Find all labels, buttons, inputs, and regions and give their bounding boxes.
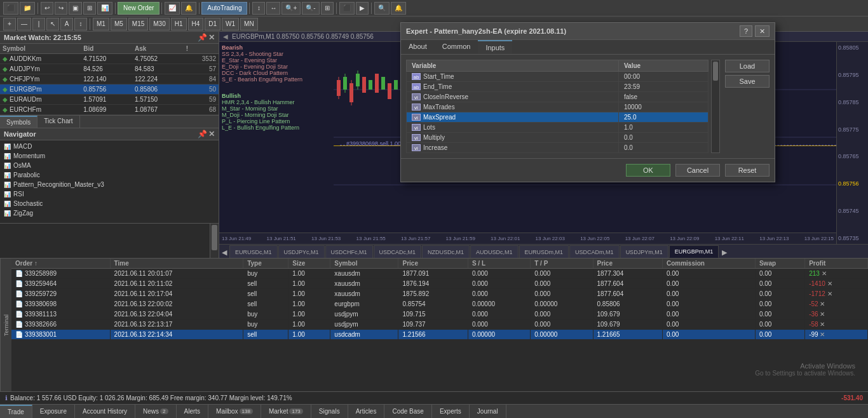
scrollbar-thumb <box>713 62 718 81</box>
col-variable: Variable <box>407 60 619 72</box>
dialog-close-button[interactable]: ✕ <box>755 25 770 37</box>
reset-button[interactable]: Reset <box>725 164 770 177</box>
save-button[interactable]: Save <box>725 75 770 88</box>
dialog-title-bar: Expert - Pattern_hany2sh-EA (expire 2021… <box>401 23 775 40</box>
dialog-overlay: Expert - Pattern_hany2sh-EA (expire 2021… <box>0 0 868 418</box>
dialog-tab-about[interactable]: About <box>401 40 435 54</box>
param-multiply[interactable]: viMultiply 0.0 <box>407 133 709 143</box>
param-increase[interactable]: viIncrease 0.0 <box>407 143 709 153</box>
params-table: Variable Value abStart_Time 00:00 abEnd_… <box>406 60 709 153</box>
param-max-spread[interactable]: viMaxSpread 25.0 <box>407 112 709 123</box>
param-icon-ab: ab <box>412 73 421 80</box>
param-max-trades[interactable]: viMaxTrades 10000 <box>407 102 709 112</box>
dialog-tab-common[interactable]: Common <box>435 40 478 54</box>
param-close-reverse[interactable]: viCloseInReverse false <box>407 92 709 102</box>
dialog-body: Variable Value abStart_Time 00:00 abEnd_… <box>401 55 775 158</box>
params-scrollbar[interactable] <box>711 60 720 153</box>
param-icon-vi6: vi <box>412 144 421 151</box>
param-icon-vi2: vi <box>412 104 421 111</box>
param-icon-ab2: ab <box>412 83 421 90</box>
dialog-title-text: Expert - Pattern_hany2sh-EA (expire 2021… <box>406 27 566 35</box>
ok-button[interactable]: OK <box>626 164 670 177</box>
cancel-button[interactable]: Cancel <box>675 164 720 177</box>
param-end-time[interactable]: abEnd_Time 23:59 <box>407 82 709 92</box>
dialog-actions: OK Cancel Reset <box>401 158 775 182</box>
dialog-controls: ? ✕ <box>740 25 770 37</box>
param-icon-vi1: vi <box>412 93 421 100</box>
col-value: Value <box>619 60 709 72</box>
param-icon-vi5: vi <box>412 134 421 141</box>
dialog-help-button[interactable]: ? <box>740 25 752 37</box>
param-start-time[interactable]: abStart_Time 00:00 <box>407 72 709 82</box>
expert-dialog: Expert - Pattern_hany2sh-EA (expire 2021… <box>400 22 775 182</box>
dialog-side-buttons: Load Save <box>725 60 770 153</box>
load-button[interactable]: Load <box>725 60 770 72</box>
param-icon-vi4: vi <box>412 124 421 131</box>
dialog-tabs: About Common Inputs <box>401 40 775 55</box>
param-lots[interactable]: viLots 1.0 <box>407 123 709 133</box>
dialog-tab-inputs[interactable]: Inputs <box>478 40 512 54</box>
param-icon-vi3: vi <box>412 114 421 121</box>
